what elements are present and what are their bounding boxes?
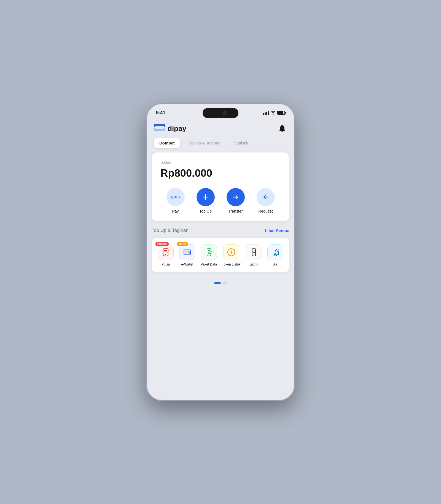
tabs-container: Dompet Top Up & Tagihan Statistik (146, 138, 295, 152)
air-label: Air (273, 262, 277, 267)
service-ewallet[interactable]: BARU e-Wallet (179, 244, 195, 267)
svg-rect-7 (164, 250, 167, 251)
services-card: PROMO Pulsa BARU (152, 238, 289, 272)
wifi-icon (271, 111, 276, 115)
request-label: Request (258, 209, 273, 213)
token-listrik-icon (227, 248, 236, 257)
service-pulsa[interactable]: PROMO Pulsa (157, 244, 174, 267)
balance-card: Saldo Rp800.000 QRIS Pay Top Up (152, 152, 289, 221)
request-action[interactable]: Request (257, 188, 275, 213)
lihat-semua-link[interactable]: Lihat Semua (265, 228, 289, 233)
svg-point-8 (165, 254, 166, 255)
page-dot-2 (222, 282, 227, 284)
qris-icon: QRIS (171, 195, 180, 199)
tab-dompet[interactable]: Dompet (154, 138, 180, 148)
camera-dot (223, 112, 226, 114)
air-icon (271, 248, 280, 257)
tab-statistik[interactable]: Statistik (228, 138, 254, 148)
phone-frame: 9:41 di (146, 103, 295, 401)
topup-label: Top Up (199, 209, 211, 213)
status-time: 9:41 (156, 110, 165, 116)
page-indicator (146, 278, 295, 286)
service-air[interactable]: Air (267, 244, 284, 267)
svg-rect-14 (208, 250, 210, 251)
transfer-circle (227, 188, 245, 206)
app-header: dipay (146, 118, 295, 138)
arrow-right-icon (232, 194, 239, 201)
svg-point-13 (208, 252, 210, 254)
signal-bars-icon (263, 111, 269, 115)
service-paket-data[interactable]: Paket Data (201, 244, 217, 267)
notification-bell-button[interactable] (277, 124, 287, 133)
section-title: Top Up & Tagihan (152, 228, 189, 233)
balance-amount: Rp800.000 (160, 167, 281, 179)
pulsa-icon (161, 248, 170, 257)
paket-data-icon (204, 248, 214, 257)
balance-label: Saldo (160, 160, 281, 165)
battery-icon (277, 111, 285, 115)
promo-badge: PROMO (155, 242, 169, 246)
dipay-logo-icon (154, 124, 165, 133)
logo-container: dipay (154, 124, 186, 133)
arrow-left-icon (262, 194, 269, 201)
pulsa-label: Pulsa (162, 262, 170, 267)
svg-point-11 (188, 252, 190, 254)
svg-rect-10 (184, 251, 190, 252)
listrik-label: Listrik (249, 262, 258, 267)
plus-icon (202, 194, 209, 201)
ewallet-icon (182, 248, 192, 257)
action-buttons: QRIS Pay Top Up (160, 188, 281, 213)
service-listrik[interactable]: Listrik (246, 244, 262, 267)
section-header: Top Up & Tagihan Lihat Semua (146, 227, 295, 238)
topup-action[interactable]: Top Up (197, 188, 215, 213)
logo-text: dipay (168, 124, 186, 133)
listrik-icon (249, 248, 259, 257)
request-circle (257, 188, 275, 206)
service-token-listrik[interactable]: Token Listrik (222, 244, 241, 267)
dynamic-island (203, 108, 238, 118)
services-grid: PROMO Pulsa BARU (157, 244, 284, 267)
paket-data-label: Paket Data (201, 262, 217, 267)
tab-topup-tagihan[interactable]: Top Up & Tagihan (182, 138, 226, 148)
ewallet-label: e-Wallet (181, 262, 193, 267)
transfer-label: Transfer (228, 209, 243, 213)
status-icons (263, 111, 285, 115)
transfer-action[interactable]: Transfer (227, 188, 245, 213)
pay-label: Pay (172, 209, 179, 213)
topup-circle (197, 188, 215, 206)
svg-point-17 (278, 254, 279, 255)
pay-circle: QRIS (166, 188, 185, 206)
page-dot-1 (214, 282, 221, 284)
baru-badge: BARU (177, 242, 188, 246)
token-listrik-label: Token Listrik (222, 262, 241, 267)
pay-action[interactable]: QRIS Pay (166, 188, 185, 213)
